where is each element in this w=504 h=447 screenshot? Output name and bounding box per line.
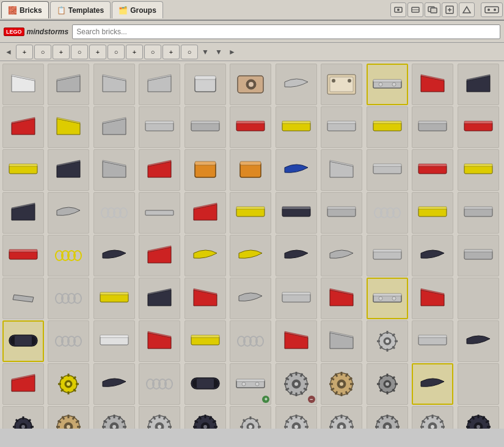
brick-cell-29[interactable] bbox=[321, 149, 362, 191]
brick-cell-45[interactable] bbox=[48, 235, 89, 276]
brick-cell-64[interactable] bbox=[412, 278, 453, 319]
filter-btn-2[interactable]: ○ bbox=[34, 45, 51, 59]
brick-cell-34[interactable] bbox=[48, 192, 89, 234]
filter-down-1[interactable]: ▼ bbox=[199, 45, 211, 59]
brick-cell-84[interactable] bbox=[321, 363, 362, 405]
brick-cell-73[interactable] bbox=[321, 320, 362, 362]
brick-cell-82[interactable]: + bbox=[230, 363, 271, 405]
brick-cell-0[interactable] bbox=[2, 64, 44, 105]
brick-cell-71[interactable] bbox=[230, 320, 271, 362]
brick-cell-41[interactable] bbox=[367, 192, 408, 234]
brick-cell-65[interactable] bbox=[458, 278, 499, 319]
brick-cell-39[interactable] bbox=[276, 192, 317, 234]
brick-cell-9[interactable] bbox=[412, 64, 453, 105]
brick-cell-28[interactable] bbox=[276, 149, 317, 191]
toolbar-btn-5[interactable] bbox=[459, 2, 475, 17]
filter-btn-1[interactable]: + bbox=[16, 45, 33, 59]
brick-cell-25[interactable] bbox=[139, 149, 180, 191]
brick-cell-13[interactable] bbox=[93, 106, 135, 148]
filter-next[interactable]: ► bbox=[226, 45, 238, 59]
filter-btn-3[interactable]: + bbox=[53, 45, 70, 59]
brick-cell-91[interactable] bbox=[139, 406, 180, 429]
brick-cell-22[interactable] bbox=[2, 149, 44, 191]
brick-cell-15[interactable] bbox=[184, 106, 226, 148]
filter-btn-10[interactable]: ○ bbox=[181, 45, 198, 59]
brick-cell-97[interactable] bbox=[412, 406, 453, 429]
toolbar-btn-3[interactable] bbox=[425, 2, 440, 17]
brick-cell-24[interactable] bbox=[93, 149, 135, 191]
brick-cell-89[interactable] bbox=[48, 406, 89, 429]
brick-cell-60[interactable] bbox=[230, 278, 271, 319]
filter-btn-7[interactable]: + bbox=[126, 45, 143, 59]
brick-cell-87[interactable] bbox=[458, 363, 499, 405]
brick-cell-20[interactable] bbox=[412, 106, 453, 148]
brick-cell-62[interactable] bbox=[321, 278, 362, 319]
brick-cell-23[interactable] bbox=[48, 149, 89, 191]
brick-cell-50[interactable] bbox=[276, 235, 317, 276]
brick-cell-37[interactable] bbox=[184, 192, 226, 234]
brick-cell-43[interactable] bbox=[458, 192, 499, 234]
brick-cell-96[interactable] bbox=[367, 406, 408, 429]
filter-btn-9[interactable]: + bbox=[163, 45, 180, 59]
bricks-grid-container[interactable]: + − bbox=[0, 61, 504, 429]
brick-cell-18[interactable] bbox=[321, 106, 362, 148]
brick-cell-70[interactable] bbox=[184, 320, 226, 362]
brick-cell-63[interactable] bbox=[367, 278, 408, 319]
brick-cell-85[interactable] bbox=[367, 363, 408, 405]
brick-cell-3[interactable] bbox=[139, 64, 180, 105]
filter-prev[interactable]: ◄ bbox=[2, 45, 15, 59]
brick-cell-92[interactable] bbox=[184, 406, 226, 429]
brick-cell-77[interactable] bbox=[2, 363, 44, 405]
tab-bricks[interactable]: 🧱 Bricks bbox=[1, 1, 49, 18]
filter-down-2[interactable]: ▼ bbox=[213, 45, 225, 59]
brick-cell-17[interactable] bbox=[276, 106, 317, 148]
brick-cell-67[interactable] bbox=[48, 320, 89, 362]
brick-cell-49[interactable] bbox=[230, 235, 271, 276]
brick-cell-75[interactable] bbox=[412, 320, 453, 362]
brick-cell-86[interactable] bbox=[412, 363, 453, 405]
brick-cell-98[interactable] bbox=[458, 406, 499, 429]
brick-cell-5[interactable] bbox=[230, 64, 271, 105]
toolbar-btn-2[interactable] bbox=[407, 2, 423, 17]
brick-cell-51[interactable] bbox=[321, 235, 362, 276]
brick-cell-4[interactable] bbox=[184, 64, 226, 105]
brick-cell-66[interactable] bbox=[2, 320, 44, 362]
brick-cell-42[interactable] bbox=[412, 192, 453, 234]
brick-cell-90[interactable] bbox=[93, 406, 135, 429]
brick-cell-26[interactable] bbox=[184, 149, 226, 191]
brick-cell-21[interactable] bbox=[458, 106, 499, 148]
brick-cell-36[interactable] bbox=[139, 192, 180, 234]
brick-cell-81[interactable] bbox=[184, 363, 226, 405]
brick-cell-8[interactable] bbox=[367, 64, 408, 105]
search-input[interactable] bbox=[72, 24, 500, 39]
brick-cell-88[interactable] bbox=[2, 406, 44, 429]
brick-cell-79[interactable] bbox=[93, 363, 135, 405]
brick-cell-56[interactable] bbox=[48, 278, 89, 319]
brick-cell-93[interactable] bbox=[230, 406, 271, 429]
brick-cell-2[interactable] bbox=[93, 64, 135, 105]
brick-cell-58[interactable] bbox=[139, 278, 180, 319]
brick-cell-46[interactable] bbox=[93, 235, 135, 276]
brick-cell-69[interactable] bbox=[139, 320, 180, 362]
brick-cell-40[interactable] bbox=[321, 192, 362, 234]
brick-cell-95[interactable] bbox=[321, 406, 362, 429]
brick-cell-16[interactable] bbox=[230, 106, 271, 148]
brick-cell-72[interactable] bbox=[276, 320, 317, 362]
brick-cell-30[interactable] bbox=[367, 149, 408, 191]
tab-groups[interactable]: 🗂️ Groups bbox=[112, 1, 163, 18]
filter-btn-6[interactable]: ○ bbox=[108, 45, 125, 59]
toolbar-btn-action[interactable] bbox=[481, 2, 503, 17]
brick-cell-35[interactable] bbox=[93, 192, 135, 234]
brick-cell-14[interactable] bbox=[139, 106, 180, 148]
brick-cell-48[interactable] bbox=[184, 235, 226, 276]
brick-cell-44[interactable] bbox=[2, 235, 44, 276]
filter-btn-8[interactable]: ○ bbox=[144, 45, 161, 59]
brick-cell-74[interactable] bbox=[367, 320, 408, 362]
brick-cell-80[interactable] bbox=[139, 363, 180, 405]
brick-cell-11[interactable] bbox=[2, 106, 44, 148]
brick-cell-52[interactable] bbox=[367, 235, 408, 276]
brick-cell-31[interactable] bbox=[412, 149, 453, 191]
brick-cell-57[interactable] bbox=[93, 278, 135, 319]
brick-cell-76[interactable] bbox=[458, 320, 499, 362]
brick-cell-47[interactable] bbox=[139, 235, 180, 276]
